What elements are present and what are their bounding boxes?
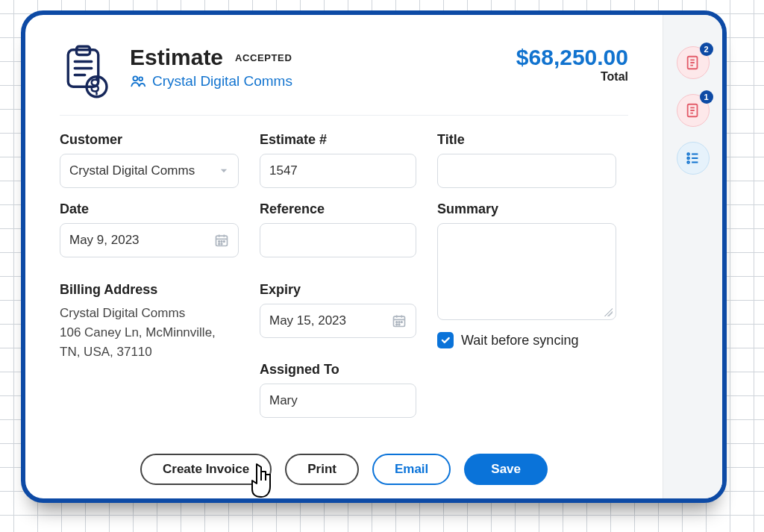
svg-point-3: [687, 157, 689, 160]
rail-badge-1: 2: [700, 43, 713, 56]
billing-address: Crystal Digital Comms 106 Caney Ln, McMi…: [60, 304, 239, 363]
assigned-label: Assigned To: [260, 362, 416, 378]
estimate-card: 2 1 Estimate ACCEPTED: [21, 10, 727, 503]
people-icon: [130, 73, 146, 90]
assigned-input[interactable]: Mary: [260, 384, 416, 418]
content-area: Estimate ACCEPTED Crystal Digital Comms …: [25, 15, 663, 498]
summary-textarea[interactable]: [437, 223, 616, 320]
footer-actions: Create Invoice Print Email Save: [25, 454, 663, 485]
rail-list-button[interactable]: [677, 142, 710, 175]
rail-notes-2-button[interactable]: 1: [677, 94, 710, 127]
svg-point-2: [687, 153, 689, 155]
svg-point-15: [221, 243, 222, 245]
page-title: Estimate: [130, 45, 223, 70]
save-button[interactable]: Save: [464, 454, 548, 485]
total-label: Total: [516, 70, 628, 84]
form-grid: Customer Crystal Digital Comms Estimate …: [60, 132, 628, 418]
svg-point-14: [219, 243, 220, 245]
svg-point-19: [401, 321, 403, 322]
status-badge: ACCEPTED: [235, 52, 292, 63]
rail-notes-1-button[interactable]: 2: [677, 46, 710, 79]
title-input[interactable]: [437, 154, 616, 188]
checkmark-icon: [437, 332, 454, 348]
svg-point-17: [396, 321, 398, 322]
customer-label: Customer: [60, 132, 239, 148]
svg-point-4: [687, 161, 689, 163]
date-label: Date: [60, 201, 239, 217]
chevron-down-icon: [219, 166, 229, 176]
header: Estimate ACCEPTED Crystal Digital Comms …: [60, 45, 628, 98]
expiry-input[interactable]: May 15, 2023: [260, 304, 416, 338]
divider: [60, 115, 628, 116]
billing-label: Billing Address: [60, 282, 239, 298]
svg-point-12: [221, 241, 222, 242]
reference-label: Reference: [260, 201, 416, 217]
estimate-no-input[interactable]: 1547: [260, 154, 416, 188]
customer-link[interactable]: Crystal Digital Comms: [130, 73, 516, 90]
total-amount: $68,250.00: [516, 45, 628, 70]
calendar-icon: [214, 233, 229, 248]
svg-point-8: [133, 76, 137, 81]
svg-point-13: [224, 241, 225, 242]
wait-sync-label: Wait before syncing: [461, 333, 578, 348]
svg-point-9: [139, 77, 143, 81]
expiry-label: Expiry: [260, 282, 416, 298]
svg-point-20: [396, 324, 398, 325]
reference-input[interactable]: [260, 223, 416, 257]
customer-link-text: Crystal Digital Comms: [152, 73, 292, 90]
rail-badge-2: 1: [700, 90, 713, 104]
create-invoice-button[interactable]: Create Invoice: [140, 454, 272, 485]
wait-sync-checkbox[interactable]: Wait before syncing: [437, 332, 616, 348]
svg-point-18: [398, 321, 400, 322]
email-button[interactable]: Email: [372, 454, 451, 485]
title-label: Title: [437, 132, 616, 148]
estimate-doc-icon: [60, 45, 113, 98]
date-input[interactable]: May 9, 2023: [60, 223, 239, 257]
summary-label: Summary: [437, 201, 616, 217]
customer-value: Crystal Digital Comms: [69, 163, 195, 178]
side-rail: 2 1: [663, 15, 722, 498]
print-button[interactable]: Print: [285, 454, 359, 485]
customer-select[interactable]: Crystal Digital Comms: [60, 154, 239, 188]
calendar-icon: [392, 313, 407, 328]
svg-point-11: [219, 241, 220, 242]
estimate-no-label: Estimate #: [260, 132, 416, 148]
svg-point-21: [398, 324, 400, 325]
